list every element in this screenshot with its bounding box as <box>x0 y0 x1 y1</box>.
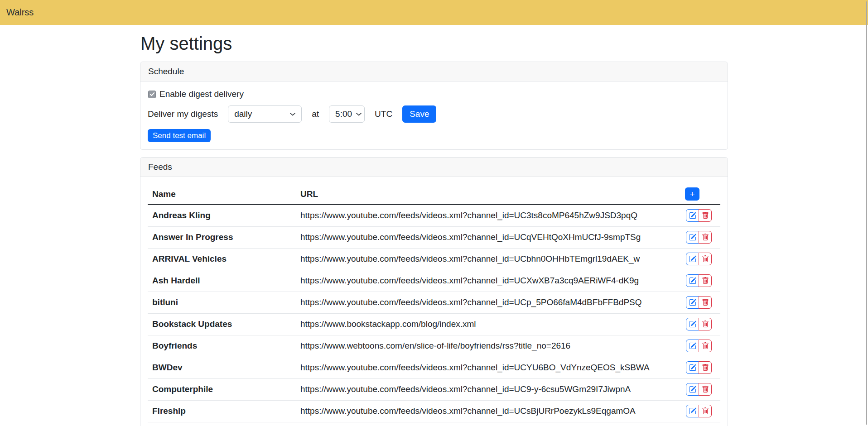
pencil-square-icon <box>689 364 696 371</box>
feed-row: Bookstack Updates https://www.bookstacka… <box>148 313 720 335</box>
pencil-square-icon <box>689 299 696 306</box>
delete-feed-button[interactable] <box>699 361 712 374</box>
edit-feed-button[interactable] <box>686 340 699 352</box>
feed-actions <box>686 361 712 374</box>
feed-url: https://www.youtube.com/feeds/videos.xml… <box>296 378 680 400</box>
main-content: My settings Schedule Enable digest deliv… <box>140 25 728 426</box>
edit-feed-button[interactable] <box>686 296 699 309</box>
save-button[interactable]: Save <box>402 105 436 123</box>
feeds-card-header: Feeds <box>140 158 728 177</box>
feed-url: https://www.webtoons.com/en/slice-of-lif… <box>296 335 680 357</box>
feed-row: Boyfriends https://www.webtoons.com/en/s… <box>148 335 720 357</box>
app-brand[interactable]: Walrss <box>6 7 34 18</box>
feed-actions <box>686 231 712 244</box>
at-label: at <box>312 109 319 119</box>
feed-name: Bookstack Updates <box>148 313 296 335</box>
feeds-table: Name URL + Andreas Kling https://www.you… <box>148 184 720 426</box>
feed-url: https://www.youtube.com/feeds/videos.xml… <box>296 205 680 226</box>
feed-row: Andreas Kling https://www.youtube.com/fe… <box>148 205 720 226</box>
trash-icon <box>702 386 709 393</box>
feed-name: Ash Hardell <box>148 270 296 292</box>
delete-feed-button[interactable] <box>699 318 712 330</box>
edit-feed-button[interactable] <box>686 383 699 396</box>
feed-name: BWDev <box>148 357 296 378</box>
schedule-card-body: Enable digest delivery Deliver my digest… <box>140 81 728 149</box>
trash-icon <box>702 212 709 219</box>
feeds-card: Feeds Name URL + Andreas Kling https://w… <box>140 157 728 426</box>
check-icon <box>149 91 155 97</box>
trash-icon <box>702 407 709 415</box>
pencil-square-icon <box>689 212 696 219</box>
enable-digest-row: Enable digest delivery <box>148 89 720 99</box>
send-test-email-button[interactable]: Send test email <box>148 129 211 142</box>
feeds-table-header-row: Name URL + <box>148 184 720 205</box>
edit-feed-button[interactable] <box>686 318 699 330</box>
page-scrollbar[interactable] <box>866 1 867 425</box>
feed-actions <box>686 209 712 222</box>
feed-url: https://www.youtube.com/feeds/videos.xml… <box>296 292 680 313</box>
feed-row: ARRIVAL Vehicles https://www.youtube.com… <box>148 248 720 270</box>
interval-select-value: daily <box>234 109 252 119</box>
feed-row: Game Theory https://www.youtube.com/feed… <box>148 422 720 426</box>
feed-url: https://www.youtube.com/feeds/videos.xml… <box>296 357 680 378</box>
interval-select[interactable]: daily <box>228 105 302 123</box>
feed-url: https://www.bookstackapp.com/blog/index.… <box>296 313 680 335</box>
schedule-card: Schedule Enable digest delivery Deliver … <box>140 62 728 150</box>
delete-feed-button[interactable] <box>699 405 712 417</box>
trash-icon <box>702 364 709 371</box>
edit-feed-button[interactable] <box>686 405 699 417</box>
edit-feed-button[interactable] <box>686 253 699 265</box>
app-header: Walrss <box>0 0 868 25</box>
delivery-controls-row: Deliver my digests daily at 5:00 UTC Sav… <box>148 105 720 123</box>
feed-row: Fireship https://www.youtube.com/feeds/v… <box>148 400 720 422</box>
feed-name: bitluni <box>148 292 296 313</box>
feed-actions <box>686 296 712 309</box>
time-select-value: 5:00 <box>335 109 352 119</box>
trash-icon <box>702 321 709 328</box>
feed-name: Fireship <box>148 400 296 422</box>
trash-icon <box>702 342 709 349</box>
pencil-square-icon <box>689 342 696 349</box>
page-title: My settings <box>140 33 728 54</box>
feed-row: bitluni https://www.youtube.com/feeds/vi… <box>148 292 720 313</box>
feed-name: Andreas Kling <box>148 205 296 226</box>
column-header-name: Name <box>148 184 296 205</box>
feed-row: Computerphile https://www.youtube.com/fe… <box>148 378 720 400</box>
pencil-square-icon <box>689 234 696 241</box>
pencil-square-icon <box>689 255 696 263</box>
feed-url: https://www.youtube.com/feeds/videos.xml… <box>296 422 680 426</box>
enable-digest-checkbox[interactable] <box>148 91 156 98</box>
feed-name: Game Theory <box>148 422 296 426</box>
delete-feed-button[interactable] <box>699 253 712 265</box>
delete-feed-button[interactable] <box>699 231 712 244</box>
feed-name: Answer In Progress <box>148 226 296 248</box>
enable-digest-label: Enable digest delivery <box>159 89 244 99</box>
delete-feed-button[interactable] <box>699 296 712 309</box>
trash-icon <box>702 277 709 284</box>
column-header-url: URL <box>296 184 680 205</box>
edit-feed-button[interactable] <box>686 274 699 287</box>
feed-name: ARRIVAL Vehicles <box>148 248 296 270</box>
feed-actions <box>686 340 712 352</box>
delete-feed-button[interactable] <box>699 340 712 352</box>
edit-feed-button[interactable] <box>686 209 699 222</box>
feed-actions <box>686 253 712 265</box>
edit-feed-button[interactable] <box>686 231 699 244</box>
feed-row: Ash Hardell https://www.youtube.com/feed… <box>148 270 720 292</box>
edit-feed-button[interactable] <box>686 361 699 374</box>
delete-feed-button[interactable] <box>699 383 712 396</box>
trash-icon <box>702 255 709 263</box>
feed-url: https://www.youtube.com/feeds/videos.xml… <box>296 270 680 292</box>
feed-row: BWDev https://www.youtube.com/feeds/vide… <box>148 357 720 378</box>
column-header-actions: + <box>680 184 720 205</box>
delete-feed-button[interactable] <box>699 274 712 287</box>
feed-actions <box>686 274 712 287</box>
feed-name: Computerphile <box>148 378 296 400</box>
feed-url: https://www.youtube.com/feeds/videos.xml… <box>296 226 680 248</box>
delete-feed-button[interactable] <box>699 209 712 222</box>
time-select[interactable]: 5:00 <box>329 105 365 123</box>
add-feed-button[interactable]: + <box>685 187 699 201</box>
pencil-square-icon <box>689 386 696 393</box>
chevron-down-icon <box>289 111 296 117</box>
pencil-square-icon <box>689 407 696 415</box>
